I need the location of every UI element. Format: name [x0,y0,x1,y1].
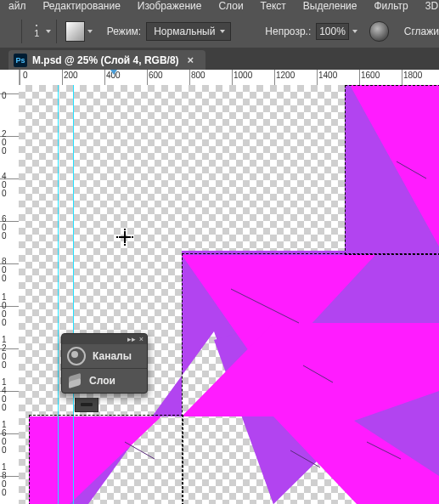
selection-marquee [345,85,439,255]
layers-icon [67,373,82,388]
smoothing-label: Сглажи [404,25,439,37]
opacity-field[interactable]: 100% [316,23,348,40]
document-tab-bar: Ps M.psd @ 25% (Слой 4, RGB/8) × [0,48,439,70]
chevron-down-icon[interactable] [46,30,51,33]
close-icon[interactable]: × [188,54,194,66]
panel-titlebar[interactable]: ▸▸ × [62,334,147,344]
mode-label: Режим: [107,25,141,37]
panel-item-label: Слои [89,375,115,387]
ruler-caret-icon [110,70,117,75]
menu-filter[interactable]: Фильтр [365,0,416,15]
ruler-vertical[interactable]: 0 200 400 600 800 1000 1200 1400 1600 18… [0,85,20,504]
panel-item-layers[interactable]: Слои [62,369,147,393]
options-bar: 1 Режим: Нормальный Непрозр.: 100% Сглаж… [0,15,439,48]
channels-icon [67,347,86,365]
blend-mode-value: Нормальный [154,25,215,37]
menu-select[interactable]: Выделение [295,0,366,15]
menu-3d[interactable]: 3D [417,0,439,15]
selection-marquee [29,415,183,504]
ruler-h-zero: 0 [23,71,28,80]
canvas[interactable] [19,85,439,504]
menu-bar: айл Редактирование Изображение Слои Текс… [0,0,439,16]
chevron-down-icon[interactable] [352,30,357,33]
menu-edit[interactable]: Редактирование [34,0,128,15]
panel-collapse-icon[interactable]: ▸▸ [127,335,136,343]
menu-text[interactable]: Текст [252,0,295,15]
panel-item-channels[interactable]: Каналы [62,344,147,368]
panel-dock-handle[interactable] [75,398,98,412]
menu-file[interactable]: айл [0,0,34,15]
handle-icon [81,403,93,406]
airbrush-toggle[interactable] [369,21,389,42]
document-tab[interactable]: Ps M.psd @ 25% (Слой 4, RGB/8) × [8,50,205,70]
divider [56,20,57,43]
ruler-origin[interactable] [0,70,20,85]
brush-size-picker[interactable]: 1 [34,25,39,38]
menu-image[interactable]: Изображение [129,0,211,15]
document-title: M.psd @ 25% (Слой 4, RGB/8) [32,54,179,66]
close-icon[interactable]: × [139,335,144,343]
photoshop-badge-icon: Ps [14,54,27,67]
opacity-value: 100% [319,25,346,37]
panel-item-label: Каналы [93,350,132,362]
collapsed-panel-group[interactable]: ▸▸ × Каналы Слои [61,333,148,394]
ruler-horizontal[interactable]: 0 200 400 600 800 1000 1200 1400 1600 18… [0,70,439,86]
brush-preset-picker[interactable] [65,21,85,42]
brush-dot-icon [36,25,37,26]
opacity-label: Непрозр.: [265,25,311,37]
blend-mode-dropdown[interactable]: Нормальный [146,22,231,41]
menu-layers[interactable]: Слои [210,0,251,15]
selection-marquee [182,253,439,504]
divider [21,20,22,43]
brush-size-value: 1 [34,28,39,38]
